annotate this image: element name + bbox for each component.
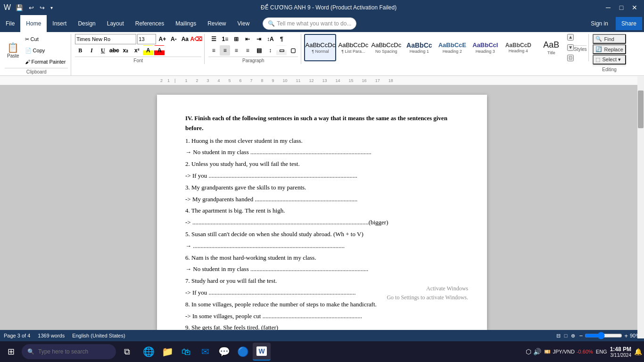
web-view-icon[interactable]: ⊕ — [571, 333, 575, 339]
align-right-button[interactable]: ≡ — [231, 45, 241, 56]
justify-button[interactable]: ≡ — [242, 45, 253, 56]
zoom-slider[interactable] — [585, 332, 622, 339]
bullets-button[interactable]: ☰ — [208, 34, 219, 44]
network-icon[interactable]: ⬡ — [526, 348, 531, 355]
zoom-out-button[interactable]: − — [579, 332, 583, 339]
decrease-font-button[interactable]: A- — [168, 34, 179, 44]
volume-icon[interactable]: 🔊 — [533, 348, 541, 355]
align-center-button[interactable]: ≡ — [220, 45, 230, 56]
styles-expand[interactable]: ⊡ — [567, 55, 574, 61]
maximize-button[interactable]: □ — [616, 2, 627, 13]
style-heading4[interactable]: AaBbCcD Heading 4 — [502, 34, 534, 61]
paste-button[interactable]: 📋 Paste — [5, 38, 22, 63]
font-color-button[interactable]: A — [154, 45, 165, 56]
bold-button[interactable]: B — [75, 45, 85, 56]
taskbar-search[interactable]: 🔍 — [22, 344, 116, 359]
style-heading1[interactable]: AaBbCc Heading 1 — [403, 34, 435, 61]
read-view-icon[interactable]: □ — [564, 333, 568, 338]
copy-button[interactable]: 📄 Copy — [23, 45, 68, 56]
increase-indent-button[interactable]: ⇥ — [254, 34, 264, 44]
style-list-para[interactable]: AaBbCcDc ¶ List Para... — [337, 34, 369, 61]
sort-button[interactable]: ↕A — [265, 34, 275, 44]
clear-format-button[interactable]: A⌫ — [191, 34, 201, 44]
menu-review[interactable]: Review — [202, 15, 231, 32]
menu-design[interactable]: Design — [72, 15, 101, 32]
select-button[interactable]: ⬚ Select ▾ — [593, 55, 626, 65]
font-size-input[interactable] — [137, 34, 156, 44]
ribbon: 📋 Paste ✂ Cut 📄 Copy 🖌 Format Painter Cl… — [0, 32, 644, 76]
share-button[interactable]: Share — [616, 17, 642, 30]
menu-file[interactable]: File — [0, 15, 20, 32]
status-bar: Page 3 of 4 1369 words English (United S… — [0, 330, 644, 341]
scroll-thumb[interactable] — [638, 90, 644, 128]
cut-button[interactable]: ✂ Cut — [23, 34, 68, 44]
store-app[interactable]: 🛍 — [177, 343, 195, 361]
redo-button[interactable]: ↪ — [38, 3, 47, 12]
font-controls: A+ A- Aa A⌫ B I U abc x₂ x² A A — [75, 34, 201, 56]
highlight-button[interactable]: A — [143, 45, 153, 56]
styles-scroll-down[interactable]: ▼ — [567, 44, 574, 51]
italic-button[interactable]: I — [86, 45, 97, 56]
customize-button[interactable]: ▾ — [49, 4, 55, 11]
style-no-spacing[interactable]: AaBbCcDc No Spacing — [370, 34, 402, 61]
show-formatting-button[interactable]: ¶ — [276, 34, 287, 44]
replace-button[interactable]: 🔄 Replace — [593, 44, 626, 54]
mail-app[interactable]: ✉ — [196, 343, 214, 361]
change-case-button[interactable]: Aa — [180, 34, 190, 44]
styles-scroll-up[interactable]: ▲ — [567, 34, 574, 41]
style-title[interactable]: AaB Title — [535, 34, 567, 61]
decrease-indent-button[interactable]: ⇤ — [242, 34, 253, 44]
currency-info[interactable]: 💴 JPY/VND -0.60% — [544, 349, 593, 355]
vertical-scrollbar[interactable] — [637, 85, 644, 330]
style-heading2[interactable]: AaBbCcE Heading 2 — [436, 34, 468, 61]
font-name-input[interactable] — [75, 34, 136, 44]
currency-flag: 💴 — [544, 349, 551, 355]
edge-app[interactable]: 🌐 — [140, 343, 157, 361]
style-normal[interactable]: AaBbCcDc ¶ Normal — [304, 34, 336, 61]
sign-in-button[interactable]: Sign in — [585, 15, 614, 32]
save-button[interactable]: 💾 — [14, 3, 25, 12]
menu-view[interactable]: View — [232, 15, 256, 32]
find-button[interactable]: 🔍 Find — [593, 34, 626, 44]
subscript-button[interactable]: x₂ — [120, 45, 131, 56]
style-heading3[interactable]: AaBbCcI Heading 3 — [469, 34, 501, 61]
taskbar-search-input[interactable] — [38, 348, 109, 355]
underline-button[interactable]: U — [98, 45, 108, 56]
minimize-button[interactable]: ─ — [603, 2, 614, 13]
menu-insert[interactable]: Insert — [47, 15, 72, 32]
document-view-icon[interactable]: ⊟ — [556, 333, 561, 339]
word-app[interactable]: W — [253, 343, 271, 361]
border-button[interactable]: ▢ — [288, 45, 298, 56]
notification-icon[interactable]: 🔔 — [634, 348, 642, 355]
line-spacing-button[interactable]: ↕ — [265, 45, 275, 56]
answer-6: → No student in my class ...............… — [185, 264, 459, 274]
menu-mailings[interactable]: Mailings — [170, 15, 202, 32]
numbering-button[interactable]: 1≡ — [220, 34, 230, 44]
tell-me-bar[interactable]: 🔍 Tell me what you want to do... — [263, 17, 356, 30]
chrome-app[interactable]: 🔵 — [234, 343, 252, 361]
system-icons: ⬡ 🔊 — [526, 348, 541, 355]
clipboard-label: Clipboard — [5, 68, 68, 74]
menu-references[interactable]: References — [130, 15, 170, 32]
increase-font-button[interactable]: A+ — [157, 34, 167, 44]
start-button[interactable]: ⊞ — [2, 343, 20, 361]
word-icon: W — [256, 346, 266, 356]
multilevel-button[interactable]: ⊞ — [231, 34, 241, 44]
zalo-app[interactable]: 💬 — [215, 343, 233, 361]
undo-button[interactable]: ↩ — [27, 3, 36, 12]
ruler: 2 1 | 1 2 3 4 5 6 7 8 9 10 11 12 13 14 1… — [0, 76, 644, 85]
quick-access-toolbar: 💾 ↩ ↪ ▾ — [14, 3, 55, 12]
zoom-in-button[interactable]: + — [624, 332, 628, 339]
column-button[interactable]: ▤ — [254, 45, 264, 56]
format-painter-button[interactable]: 🖌 Format Painter — [23, 57, 68, 67]
align-left-button[interactable]: ≡ — [208, 45, 219, 56]
task-view-button[interactable]: ⧉ — [118, 343, 136, 361]
shading-button[interactable]: ▭ — [276, 45, 287, 56]
superscript-button[interactable]: x² — [132, 45, 142, 56]
menu-home[interactable]: Home — [20, 15, 47, 32]
menu-layout[interactable]: Layout — [101, 15, 130, 32]
close-button[interactable]: ✕ — [629, 2, 640, 13]
explorer-app[interactable]: 📁 — [158, 343, 176, 361]
strikethrough-button[interactable]: abc — [109, 45, 119, 56]
paste-icon: 📋 — [7, 43, 19, 52]
